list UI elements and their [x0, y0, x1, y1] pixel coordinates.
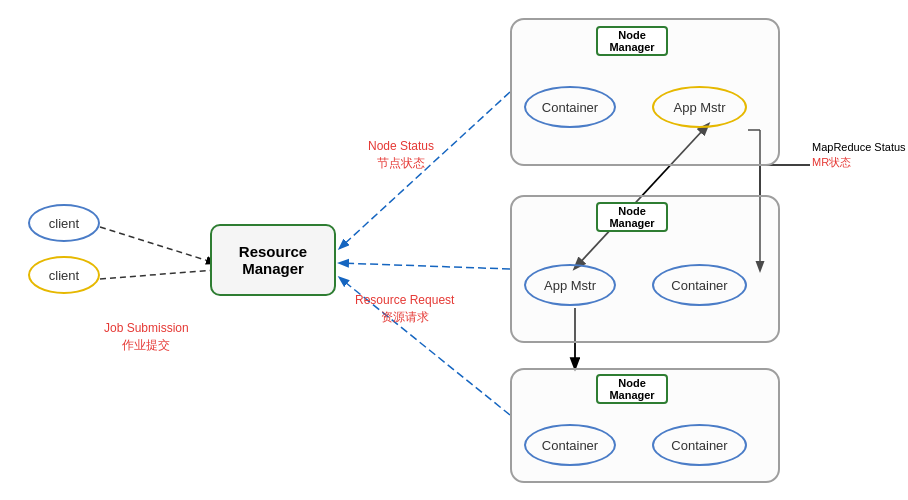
container-top-left: Container: [524, 86, 616, 128]
job-submission-label: Job Submission 作业提交: [104, 320, 189, 354]
client2: client: [28, 256, 100, 294]
resource-manager-box: ResourceManager: [210, 224, 336, 296]
svg-line-0: [100, 227, 215, 263]
app-mstr-mid-left: App Mstr: [524, 264, 616, 306]
svg-line-3: [340, 263, 510, 269]
node-manager-bot: Node Manager: [596, 374, 668, 404]
app-mstr-top-right: App Mstr: [652, 86, 747, 128]
svg-line-1: [100, 270, 215, 279]
container-bot-right: Container: [652, 424, 747, 466]
diagram: Node Manager Node Manager Node Manager c…: [0, 0, 908, 500]
node-manager-mid: Node Manager: [596, 202, 668, 232]
resource-manager-label: ResourceManager: [239, 243, 307, 277]
container-mid-right: Container: [652, 264, 747, 306]
node-status-label: Node Status 节点状态: [368, 138, 434, 172]
mapreduce-status-label: MapReduce Status MR状态: [812, 140, 906, 171]
node-manager-top: Node Manager: [596, 26, 668, 56]
client1: client: [28, 204, 100, 242]
resource-request-label: Resource Request 资源请求: [355, 292, 454, 326]
container-bot-left: Container: [524, 424, 616, 466]
